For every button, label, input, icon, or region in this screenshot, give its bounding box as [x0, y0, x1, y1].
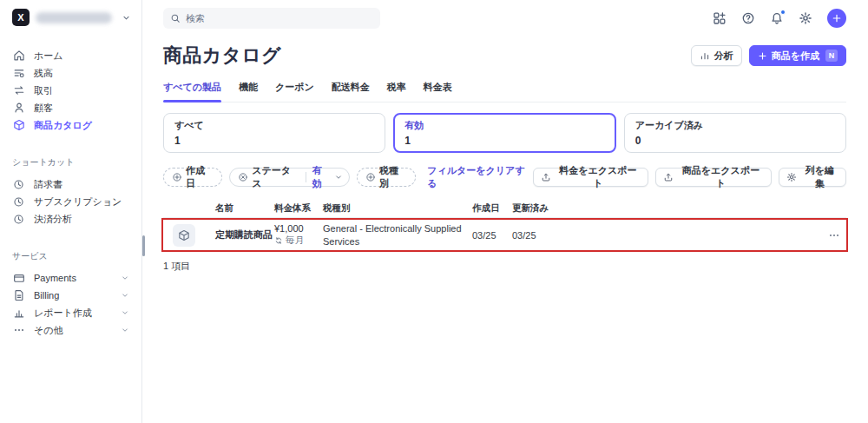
main-content: 商品カタログ 分析 商品を作成 N すべての製品 機能 クーポン 配送料金 税率… — [142, 0, 868, 423]
header-actions: 分析 商品を作成 N — [691, 45, 846, 66]
column-header-updated[interactable]: 更新済み — [512, 202, 822, 215]
sidebar-item-billing[interactable]: Billing — [0, 287, 141, 304]
sidebar: X ホーム 残高 取引 顧客 商品カタログ — [0, 0, 142, 423]
bar-chart-icon — [700, 50, 710, 61]
products-table: 名前 料金体系 税種別 作成日 更新済み 定期購読商品 ¥1,000 毎月 — [163, 199, 846, 252]
export-prices-button[interactable]: 料金をエクスポート — [533, 168, 649, 187]
sidebar-item-balance[interactable]: 残高 — [0, 64, 141, 82]
sidebar-item-label: サブスクリプション — [34, 195, 122, 208]
plus-circle-icon — [365, 172, 376, 182]
tab-shipping-rates[interactable]: 配送料金 — [332, 81, 370, 102]
balance-icon — [12, 67, 25, 79]
sidebar-item-invoices[interactable]: 請求書 — [0, 175, 141, 193]
summary-cards: すべて 1 有効 1 アーカイブ済み 0 — [163, 113, 846, 153]
sidebar-item-label: ホーム — [34, 50, 63, 63]
sidebar-nav: ホーム 残高 取引 顧客 商品カタログ — [0, 47, 141, 134]
sidebar-item-home[interactable]: ホーム — [0, 47, 141, 64]
notifications-bell-icon[interactable] — [770, 11, 784, 25]
sidebar-item-more[interactable]: その他 — [0, 321, 141, 339]
filter-tax-type[interactable]: 税種別 — [357, 168, 416, 187]
topbar — [163, 0, 846, 31]
help-icon[interactable] — [741, 11, 755, 25]
keyboard-shortcut-badge: N — [825, 50, 838, 62]
tab-coupons[interactable]: クーポン — [275, 81, 314, 102]
page-title: 商品カタログ — [163, 43, 281, 69]
sidebar-item-label: その他 — [34, 324, 63, 337]
home-icon — [12, 50, 25, 62]
tab-bar: すべての製品 機能 クーポン 配送料金 税率 料金表 — [163, 81, 846, 102]
sidebar-section-services: サービス Payments Billing レポート作成 その他 — [0, 250, 141, 339]
sidebar-item-label: 決済分析 — [34, 213, 72, 226]
pill-divider — [306, 172, 306, 182]
plus-circle-icon — [172, 172, 182, 182]
quick-create-button[interactable] — [827, 9, 846, 28]
account-switcher[interactable]: X — [0, 7, 141, 26]
account-name-redacted — [36, 12, 112, 23]
chevron-down-icon — [334, 173, 343, 182]
gear-icon — [786, 172, 797, 182]
analyze-button[interactable]: 分析 — [691, 45, 742, 66]
clock-icon — [12, 196, 25, 208]
sidebar-item-reports[interactable]: レポート作成 — [0, 304, 141, 321]
customers-icon — [12, 102, 25, 114]
clock-icon — [12, 214, 25, 225]
product-catalog-icon — [12, 119, 25, 131]
cell-product-name[interactable]: 定期購読商品 — [215, 228, 274, 241]
cell-created: 03/25 — [472, 230, 512, 241]
apps-add-icon[interactable] — [713, 11, 727, 25]
column-header-created[interactable]: 作成日 — [472, 202, 512, 215]
summary-card-all[interactable]: すべて 1 — [163, 113, 385, 153]
sidebar-item-label: Billing — [34, 290, 59, 301]
more-icon — [12, 324, 25, 336]
sidebar-item-payment-analytics[interactable]: 決済分析 — [0, 210, 141, 228]
section-label: ショートカット — [0, 156, 141, 169]
sidebar-item-subscriptions[interactable]: サブスクリプション — [0, 193, 141, 210]
column-header-tax-type[interactable]: 税種別 — [323, 202, 472, 215]
sidebar-item-payments[interactable]: Payments — [0, 269, 141, 287]
clock-icon — [12, 179, 25, 190]
chevron-down-icon — [121, 291, 129, 300]
plus-icon — [758, 51, 767, 61]
cell-pricing: ¥1,000 毎月 — [274, 223, 323, 247]
column-header-pricing[interactable]: 料金体系 — [274, 202, 323, 215]
summary-card-active[interactable]: 有効 1 — [393, 113, 615, 153]
billing-icon — [12, 289, 25, 301]
reports-icon — [12, 307, 25, 319]
cell-updated: 03/25 — [512, 230, 822, 241]
chevron-down-icon — [121, 274, 129, 282]
search-icon — [170, 13, 181, 23]
create-product-button[interactable]: 商品を作成 N — [749, 45, 846, 66]
summary-card-archived[interactable]: アーカイブ済み 0 — [624, 113, 846, 153]
table-row[interactable]: 定期購読商品 ¥1,000 毎月 General - Electronicall… — [163, 220, 846, 250]
settings-gear-icon[interactable] — [799, 11, 812, 25]
sidebar-item-label: Payments — [34, 273, 76, 283]
export-icon — [541, 172, 551, 182]
sidebar-item-customers[interactable]: 顧客 — [0, 99, 141, 116]
row-overflow-menu-icon[interactable] — [822, 229, 846, 241]
filter-created-date[interactable]: 作成日 — [163, 168, 222, 187]
sidebar-item-label: 請求書 — [34, 178, 62, 191]
export-products-button[interactable]: 商品をエクスポート — [655, 168, 772, 187]
page-header: 商品カタログ 分析 商品を作成 N — [163, 43, 846, 69]
tab-tax-rates[interactable]: 税率 — [387, 81, 406, 102]
sidebar-item-label: 顧客 — [34, 102, 53, 115]
clear-filters-link[interactable]: フィルターをクリアする — [427, 164, 532, 190]
tab-features[interactable]: 機能 — [239, 81, 258, 102]
product-cube-icon — [173, 224, 195, 247]
column-header-name[interactable]: 名前 — [215, 202, 274, 215]
sidebar-item-label: 取引 — [34, 84, 53, 97]
tab-pricing-tables[interactable]: 料金表 — [424, 81, 452, 102]
stripe-dashboard: X ホーム 残高 取引 顧客 商品カタログ — [0, 0, 868, 423]
chevron-down-icon — [121, 308, 129, 317]
sidebar-item-product-catalog[interactable]: 商品カタログ — [0, 116, 141, 134]
sidebar-item-label: レポート作成 — [34, 307, 92, 320]
search-input[interactable] — [186, 13, 373, 23]
tab-all-products[interactable]: すべての製品 — [163, 81, 221, 102]
edit-columns-button[interactable]: 列を編集 — [779, 168, 846, 187]
section-label: サービス — [0, 250, 141, 262]
sidebar-item-transactions[interactable]: 取引 — [0, 82, 141, 99]
x-circle-icon[interactable] — [238, 172, 248, 182]
sidebar-item-label: 残高 — [34, 67, 53, 80]
filter-status[interactable]: ステータス 有効 — [229, 168, 350, 187]
search-bar[interactable] — [163, 8, 380, 29]
